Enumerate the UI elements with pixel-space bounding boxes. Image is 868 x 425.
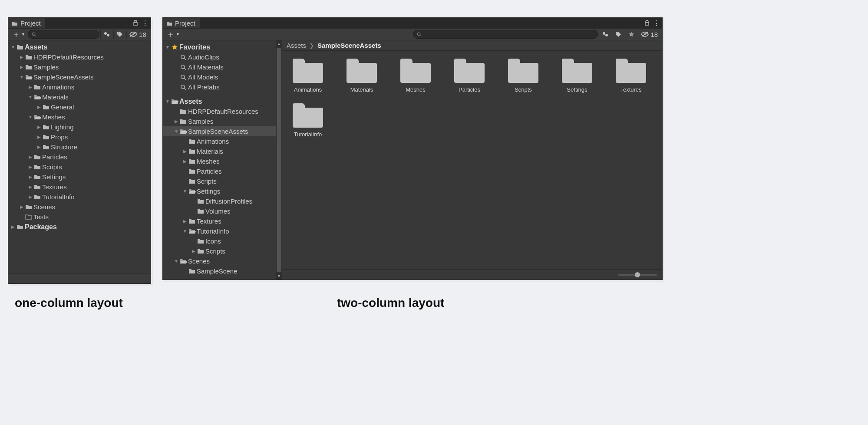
tree-row[interactable]: ▶Materials: [163, 146, 282, 156]
hidden-items-indicator[interactable]: 18: [126, 31, 149, 38]
tree-row[interactable]: ▶Scripts: [8, 162, 151, 172]
chevron-right-icon[interactable]: ▶: [19, 65, 25, 69]
tree-row[interactable]: ▶Props: [8, 132, 151, 142]
grid-item[interactable]: Animations: [288, 59, 327, 93]
tree-row[interactable]: All Models: [163, 72, 282, 82]
chevron-right-icon[interactable]: ▶: [173, 119, 179, 124]
kebab-menu-icon[interactable]: ⋮: [142, 19, 148, 27]
chevron-down-icon[interactable]: ▼: [182, 229, 188, 234]
tree-row[interactable]: ▶Lighting: [8, 122, 151, 132]
chevron-down-icon[interactable]: ▼: [165, 45, 171, 49]
chevron-right-icon[interactable]: ▶: [10, 224, 16, 229]
filter-by-type-button[interactable]: [100, 30, 112, 39]
tree-row[interactable]: ▼Favorites: [163, 42, 282, 52]
add-button[interactable]: ＋ ▼: [165, 29, 182, 40]
chevron-right-icon[interactable]: ▶: [36, 145, 42, 149]
breadcrumb-item[interactable]: Assets: [287, 42, 306, 49]
lock-icon[interactable]: [644, 20, 650, 26]
chevron-down-icon[interactable]: ▼: [173, 259, 179, 264]
tree-row[interactable]: ▶Settings: [8, 172, 151, 182]
tree-row[interactable]: Icons: [163, 236, 282, 246]
tab-project[interactable]: Project: [8, 18, 45, 28]
grid-item[interactable]: Particles: [450, 59, 489, 93]
tree-row[interactable]: ▶Textures: [8, 182, 151, 192]
kebab-menu-icon[interactable]: ⋮: [653, 19, 660, 27]
tree-row[interactable]: All Materials: [163, 62, 282, 72]
grid-item[interactable]: TutorialInfo: [288, 103, 327, 138]
scroll-thumb[interactable]: [277, 48, 281, 272]
tree-row[interactable]: Animations: [163, 136, 282, 146]
asset-grid[interactable]: AnimationsMaterialsMeshesParticlesScript…: [282, 51, 662, 269]
lock-icon[interactable]: [133, 20, 138, 26]
tree-row[interactable]: ▶Structure: [8, 142, 151, 152]
grid-item[interactable]: Materials: [342, 59, 381, 93]
tree-row[interactable]: DiffusionProfiles: [163, 196, 282, 206]
tree-row[interactable]: AudioClips: [163, 52, 282, 62]
chevron-right-icon[interactable]: ▶: [19, 55, 25, 59]
tree-row[interactable]: ▶Textures: [163, 216, 282, 226]
slider-knob[interactable]: [635, 272, 640, 277]
tree-row[interactable]: ▼Scenes: [163, 256, 282, 266]
tree-row[interactable]: ▼SampleSceneAssets: [8, 72, 151, 82]
chevron-down-icon[interactable]: ▼: [182, 189, 188, 194]
tree-row[interactable]: All Prefabs: [163, 82, 282, 92]
tree-row[interactable]: ▶Samples: [8, 62, 151, 72]
tree-row[interactable]: ▼Meshes: [8, 112, 151, 122]
tree-row[interactable]: ▼Assets: [8, 42, 151, 52]
tree-row[interactable]: ▶TutorialInfo: [8, 192, 151, 202]
scrollbar[interactable]: ▲ ▼: [276, 40, 282, 280]
grid-item[interactable]: Settings: [558, 59, 597, 93]
chevron-right-icon[interactable]: ▶: [27, 184, 33, 189]
tree-row[interactable]: ▶Scripts: [163, 246, 282, 256]
chevron-right-icon[interactable]: ▶: [27, 165, 33, 169]
chevron-right-icon[interactable]: ▶: [191, 249, 197, 254]
filter-by-type-button[interactable]: [599, 30, 611, 39]
chevron-right-icon[interactable]: ▶: [27, 85, 33, 89]
add-button[interactable]: ＋ ▼: [10, 29, 27, 40]
grid-item[interactable]: Scripts: [504, 59, 543, 93]
tree-row[interactable]: ▶General: [8, 102, 151, 112]
tree-row[interactable]: ▶Samples: [163, 116, 282, 126]
chevron-right-icon[interactable]: ▶: [36, 135, 42, 139]
chevron-down-icon[interactable]: ▼: [173, 129, 179, 134]
tree-row[interactable]: ▼TutorialInfo: [163, 226, 282, 236]
chevron-down-icon[interactable]: ▼: [27, 115, 33, 119]
chevron-down-icon[interactable]: ▼: [165, 99, 171, 104]
asset-tree[interactable]: ▼FavoritesAudioClipsAll MaterialsAll Mod…: [163, 40, 282, 280]
grid-item[interactable]: Meshes: [396, 59, 435, 93]
chevron-right-icon[interactable]: ▶: [36, 105, 42, 109]
scroll-up-icon[interactable]: ▲: [277, 40, 281, 47]
filter-by-label-button[interactable]: [612, 30, 624, 39]
search-input[interactable]: [413, 30, 598, 39]
tree-row[interactable]: ▼SampleSceneAssets: [163, 126, 282, 136]
chevron-down-icon[interactable]: ▼: [19, 75, 25, 79]
tree-row[interactable]: ▼Settings: [163, 186, 282, 196]
scroll-down-icon[interactable]: ▼: [277, 273, 281, 280]
tree-row[interactable]: ▶Animations: [8, 82, 151, 92]
chevron-right-icon[interactable]: ▶: [182, 149, 188, 154]
tree-row[interactable]: Tests: [8, 212, 151, 222]
tree-row[interactable]: ▶Particles: [8, 152, 151, 162]
chevron-right-icon[interactable]: ▶: [36, 125, 42, 129]
chevron-right-icon[interactable]: ▶: [182, 219, 188, 224]
asset-tree[interactable]: ▼Assets▶HDRPDefaultResources▶Samples▼Sam…: [8, 40, 151, 273]
tab-project[interactable]: Project: [163, 18, 200, 28]
chevron-right-icon[interactable]: ▶: [27, 194, 33, 199]
breadcrumb-item[interactable]: SampleSceneAssets: [317, 42, 381, 49]
chevron-right-icon[interactable]: ▶: [182, 159, 188, 164]
tree-row[interactable]: ▶HDRPDefaultResources: [8, 52, 151, 62]
chevron-down-icon[interactable]: ▼: [10, 45, 16, 49]
tree-row[interactable]: ▶Scenes: [8, 202, 151, 212]
tree-row[interactable]: ▼Materials: [8, 92, 151, 102]
tree-row[interactable]: Particles: [163, 166, 282, 176]
tree-row[interactable]: SampleScene: [163, 266, 282, 276]
chevron-right-icon[interactable]: ▶: [27, 175, 33, 179]
tree-row[interactable]: Scripts: [163, 176, 282, 186]
favorite-star-button[interactable]: [625, 30, 637, 39]
tree-row[interactable]: ▶Packages: [8, 222, 151, 232]
chevron-down-icon[interactable]: ▼: [27, 95, 33, 99]
chevron-right-icon[interactable]: ▶: [27, 155, 33, 159]
search-input[interactable]: [28, 30, 99, 39]
filter-by-label-button[interactable]: [113, 30, 125, 39]
tree-row[interactable]: Volumes: [163, 206, 282, 216]
